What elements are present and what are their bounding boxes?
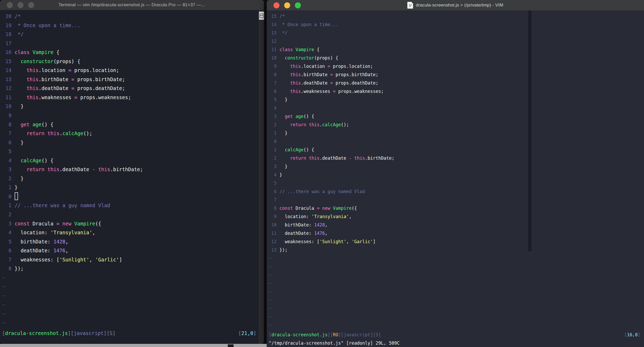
code-line: 9 this.location = props.location; xyxy=(267,62,644,70)
code-line: 15 constructor(props) { xyxy=(0,57,264,66)
code-text: } xyxy=(279,162,288,171)
split-pane-icon xyxy=(260,14,264,18)
code-line: 8 get age() { xyxy=(0,120,264,129)
close-button[interactable] xyxy=(273,2,279,8)
line-number: 4 xyxy=(2,228,11,237)
line-number: 6 xyxy=(269,87,277,95)
terminal-window: Terminal — vim /tmp/dracula-screenshot.j… xyxy=(0,0,264,344)
desktop-strip xyxy=(0,344,267,347)
vim-cmdline: "/tmp/dracula-screenshot.js" [readonly] … xyxy=(269,339,400,347)
code-line: 2 return this.calcAge(); xyxy=(267,121,644,129)
empty-line-tilde: ~ xyxy=(267,313,644,321)
line-number: 14 xyxy=(269,20,277,29)
line-number: 9 xyxy=(269,212,277,221)
zoom-button[interactable] xyxy=(295,2,301,8)
line-number: 7 xyxy=(269,196,277,204)
line-number: 7 xyxy=(269,79,277,87)
code-text: get age() { xyxy=(15,120,53,129)
code-line: 4} xyxy=(267,171,644,179)
code-text: } xyxy=(15,183,17,192)
line-number: 15 xyxy=(269,12,277,20)
window-title: Terminal — vim /tmp/dracula-screenshot.j… xyxy=(58,2,206,8)
line-number: 19 xyxy=(2,21,11,30)
line-number: 11 xyxy=(269,45,277,54)
code-line: 5 birthDate: 1428, xyxy=(0,237,264,246)
terminal-titlebar: Terminal — vim /tmp/dracula-screenshot.j… xyxy=(0,0,264,10)
line-number: 0 xyxy=(2,192,11,201)
code-line: 13 this.birthDate = props.birthDate; xyxy=(0,75,264,84)
line-number: 10 xyxy=(2,102,11,111)
line-number: 8 xyxy=(2,264,11,273)
code-line: 10 constructor(props) { xyxy=(267,54,644,62)
statusline-file-info: [dracula-screenshot.js][javascript][S] xyxy=(2,329,116,338)
line-number: 6 xyxy=(2,246,11,255)
traffic-lights xyxy=(273,0,301,10)
line-number: 8 xyxy=(269,204,277,212)
line-number: 11 xyxy=(2,93,11,102)
code-text: this.birthDate = props.birthDate; xyxy=(279,70,378,79)
buffer[interactable]: 20/*19 * Once upon a time...18 */1716cla… xyxy=(0,10,264,327)
code-line: 14 this.location = props.location; xyxy=(0,66,264,75)
empty-line-tilde: ~ xyxy=(0,318,264,327)
minimize-button[interactable] xyxy=(17,2,23,8)
code-text: * Once upon a time... xyxy=(15,21,80,30)
line-number: 15 xyxy=(2,57,11,66)
code-line: 11 deathDate: 1476, xyxy=(267,229,644,237)
terminal-scrollbar[interactable] xyxy=(258,10,264,344)
code-text: get age() { xyxy=(279,112,314,121)
code-line: 1// ...there was a guy named Vlad xyxy=(0,201,264,210)
code-text: }); xyxy=(279,246,288,254)
macvim-window: V dracula-screenshot.js = (/private/tmp)… xyxy=(267,0,644,347)
close-button[interactable] xyxy=(7,2,13,8)
line-number: 7 xyxy=(2,129,11,138)
code-line: 2 return this.deathDate - this.birthDate… xyxy=(267,154,644,162)
line-number: 4 xyxy=(2,156,11,165)
traffic-lights xyxy=(7,0,34,10)
code-line: 0 xyxy=(0,192,264,201)
empty-line-tilde: ~ xyxy=(267,254,644,262)
code-line: 6 } xyxy=(0,138,264,147)
line-number: 12 xyxy=(269,37,277,45)
code-text: this.weaknesses = props.weaknesses; xyxy=(15,93,131,102)
code-line: 1 } xyxy=(267,129,644,137)
line-number: 12 xyxy=(2,84,11,93)
code-line: 10 } xyxy=(0,102,264,111)
code-line: 14 * Once upon a time... xyxy=(267,20,644,29)
buffer[interactable]: 15/*14 * Once upon a time...13 */1211cla… xyxy=(267,11,644,329)
code-line: 6// ...there was a guy named Vlad xyxy=(267,187,644,196)
code-line: 3const Dracula = new Vampire({ xyxy=(0,219,264,228)
empty-line-tilde: ~ xyxy=(267,271,644,279)
code-text: * Once upon a time... xyxy=(279,20,338,29)
code-text: weaknesses: ['Sunlight', 'Garlic'] xyxy=(279,237,376,246)
code-line: 9 location: 'Transylvania', xyxy=(267,212,644,221)
line-number: 2 xyxy=(269,121,277,129)
line-number: 10 xyxy=(269,54,277,62)
editor-scrollbar[interactable] xyxy=(528,11,532,251)
code-text: const Dracula = new Vampire({ xyxy=(279,204,357,212)
zoom-button[interactable] xyxy=(28,2,34,8)
background-window-fragment xyxy=(228,344,234,347)
empty-line-tilde: ~ xyxy=(267,321,644,329)
line-number: 5 xyxy=(269,179,277,187)
code-text: calcAge() { xyxy=(15,156,53,165)
line-number: 9 xyxy=(2,111,11,120)
code-line: 12 weaknesses: ['Sunlight', 'Garlic'] xyxy=(267,237,644,246)
code-text: this.deathDate = props.deathDate; xyxy=(15,84,125,93)
code-text: this.location = props.location; xyxy=(279,62,373,70)
code-line: 5 } xyxy=(267,95,644,104)
code-text: deathDate: 1476, xyxy=(15,246,68,255)
terminal-body: 20/*19 * Once upon a time...18 */1716cla… xyxy=(0,10,264,344)
split-pane-button[interactable] xyxy=(259,11,264,20)
line-number: 1 xyxy=(2,183,11,192)
empty-line-tilde: ~ xyxy=(0,300,264,309)
minimize-button[interactable] xyxy=(284,2,290,8)
line-number: 2 xyxy=(269,154,277,162)
code-line: 20/* xyxy=(0,12,264,21)
line-number: 2 xyxy=(2,210,11,219)
editor-body: 15/*14 * Once upon a time...13 */1211cla… xyxy=(267,11,644,347)
code-line: 8}); xyxy=(0,264,264,273)
code-text: constructor(props) { xyxy=(279,54,338,62)
code-line: 7 return this.calcAge(); xyxy=(0,129,264,138)
code-text: location: 'Transylvania', xyxy=(15,228,95,237)
code-text: // ...there was a guy named Vlad xyxy=(279,187,365,196)
